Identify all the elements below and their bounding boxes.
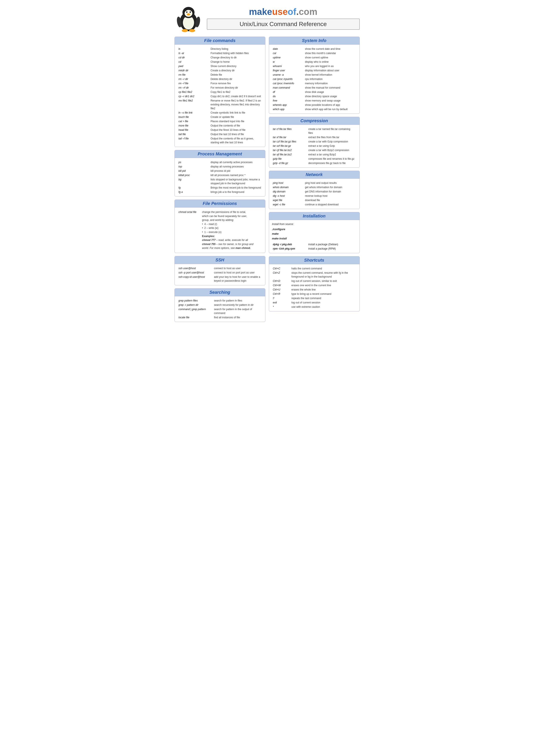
searching-section: Searching grep pattern filessearch for p… [174,288,266,322]
description-cell: install a package (Debian) [307,242,356,247]
command-cell: command | grep pattern [178,307,213,315]
table-row: ssh user@hostconnect to host as user [178,266,262,270]
table-row: rm fileDelete file [178,73,262,77]
command-cell: locate file [178,315,213,320]
compression-header: Compression [269,117,360,125]
table-row: grep -r pattern dirsearch recursively fo… [178,303,262,307]
svg-point-10 [187,14,190,15]
description-cell: show the current date and time [304,47,356,51]
network-section: Network ping hostping host and output re… [269,171,360,209]
table-row: cdChange to home [178,60,262,64]
description-cell: For remove directory dir [210,86,262,90]
svg-point-6 [186,12,187,12]
table-row: rm –r dirDelete directory dir [178,77,262,81]
svg-point-5 [186,11,188,13]
command-cell: uptime [272,55,304,60]
description-cell: show the manual for command [304,86,356,90]
table-row: gzip -d file.gzdecompresses file.gz back… [272,161,357,165]
description-cell: Output the contents of file [210,123,262,128]
command-cell: Ctrl+R [272,292,291,296]
command-cell: tar cjf file.tar.bz2 [272,148,308,152]
table-row: cat /proc /meminfomemory information [272,81,357,86]
command-cell: ln –s file link [178,111,210,115]
description-cell: Output the firest 10 lines of file [210,128,262,132]
table-row: psdisplay all currently active processes [178,160,262,164]
description-cell: create a tar with Gzip compression [307,139,356,144]
table-row: *use with extreme caution [272,305,357,309]
table-row: exitlog out of current session [272,300,357,305]
install-source-commands: ./configuremakemake install [272,227,357,241]
command-cell: finger user [272,68,304,73]
description-cell: show disk usage [304,90,356,94]
description-cell: display all running processes [210,164,262,169]
description-cell: download file [304,198,356,202]
table-row: dig domainget DNS information for domain [272,189,357,194]
description-cell: Create symbolic link link to file [210,111,262,115]
table-row: wget filedownload file [272,198,357,202]
description-cell: show kernel information [304,73,356,77]
table-row: dushow directory space usage [272,94,357,98]
table-row: uname -ashow kernel information [272,73,357,77]
command-cell: bg [178,177,210,186]
description-cell: kill all processes named proc * [210,173,262,177]
table-row: rm –rf dirFor remove directory dir [178,86,262,90]
compression-body: tar cf file.tar filescreate a tar named … [269,125,360,168]
description-cell: Formatted listing with hidden files [210,51,262,55]
command-cell: gzip file [272,157,308,161]
command-cell: whois domain [272,185,304,189]
description-cell: create a tar named file.tar containing f… [307,127,356,135]
description-cell: find all instances of file [213,315,262,320]
table-row: bglists stopped or background jobs; resu… [178,177,262,186]
description-cell: lists stopped or background jobs; resume… [210,177,262,186]
table-row: uptimeshow current uptime [272,55,357,60]
description-cell: memory information [304,81,356,86]
table-row: killall prockill all processes named pro… [178,173,262,177]
description-cell: Rename or move file1 to file2. If filed … [210,98,262,111]
description-cell: continue a stopped download [304,202,356,207]
process-management-body: psdisplay all currently active processes… [175,158,265,196]
installation-header: Installation [269,212,360,220]
site-name: makeuseof.com [207,7,360,17]
table-row: tail –f fileOutput the contents of file … [178,136,262,145]
file-permissions-body: chmod octal file change the permissions … [175,207,265,253]
file-commands-header: File commands [175,37,265,44]
table-row: tar czf file.tar.gz filescreate a tar wi… [272,139,357,144]
description-cell: connect to host as user [213,266,262,270]
description-cell: compresses file and renames it to file.g… [307,157,356,161]
table-row: Ctrl+Uerases the whole line [272,287,357,292]
description-cell: brings job a to the foreground [210,190,262,194]
table-row: Ctrl+Zstops the current command, resume … [272,271,357,279]
command-cell: wget -c file [272,202,304,207]
command-cell: ssh -p port user@host [178,270,213,275]
file-permissions-header: File Permissions [175,200,265,207]
table-row: !!repeats the last command [272,296,357,300]
table-row: tar cjf file.tar.bz2create a tar with Bz… [272,148,357,152]
command-cell: rpm -Uvh pkg.rpm [272,247,308,251]
description-cell: show possible locations of app [304,103,356,107]
description-cell: erases one word in the current line [291,283,357,287]
description-cell: search recursively for pattern in dir [213,303,262,307]
table-row: cat > filePlaces standard input into fil… [178,119,262,123]
header-text-block: makeuseof.com Unix/Linux Command Referen… [207,7,360,30]
command-cell: free [272,98,304,103]
command-cell: tar xf file.tar [272,135,308,139]
description-cell: connect to host on port port as user [213,270,262,275]
command-cell: ls [178,47,210,51]
description-cell: show current uptime [304,55,356,60]
description-cell: create a tar with Bzip2 compression [307,148,356,152]
table-row: chmod octal file change the permissions … [178,210,262,251]
command-cell: head file [178,128,210,132]
description-cell: get whois information for domain [304,185,356,189]
command-cell: top [178,164,210,169]
table-row: fgBrings the most recent job to the fore… [178,186,262,190]
description-cell: Delete directory dir [210,77,262,81]
installation-section: Installation Install from source: ./conf… [269,212,360,253]
command-cell: which app [272,107,304,111]
ssh-header: SSH [175,256,265,264]
system-info-header: System Info [269,37,360,44]
ssh-table: ssh user@hostconnect to host as userssh … [178,266,262,283]
command-cell: du [272,94,304,98]
description-cell: extract a tar using Bzip2 [307,152,356,157]
command-cell: grep pattern files [178,298,213,303]
command-cell: whereis app [272,103,304,107]
